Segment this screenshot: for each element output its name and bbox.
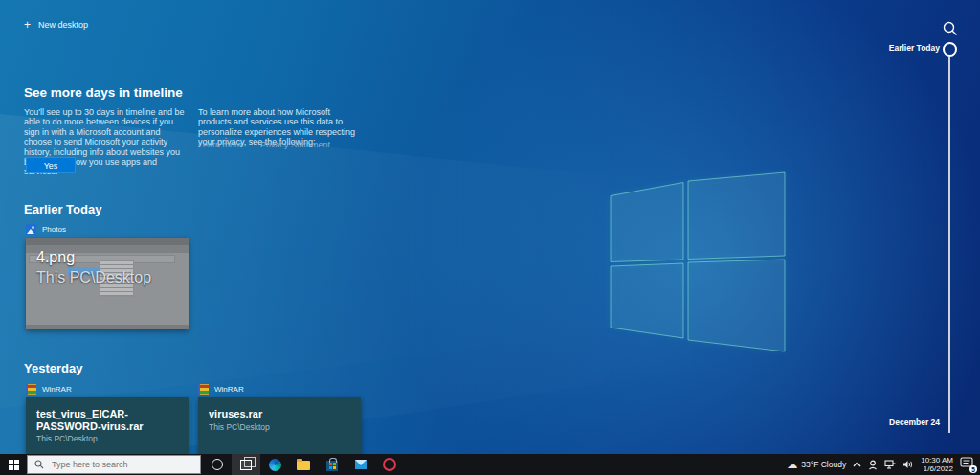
rail-end-label: December 24 (889, 418, 940, 427)
app-name-label: WinRAR (214, 385, 244, 394)
thumbnail-titlebar (26, 238, 189, 245)
weather-label: 33°F Cloudy (801, 460, 846, 469)
folder-icon (297, 461, 310, 470)
section-heading-earlier-today: Earlier Today (24, 202, 101, 216)
promo-title: See more days in timeline (24, 85, 183, 100)
activity-card-winrar-1[interactable]: test_virus_EICAR-PASSWORD-virus.rar This… (26, 397, 189, 458)
clock[interactable]: 10:30 AM 1/6/2022 (921, 456, 953, 473)
app-name-label: WinRAR (42, 385, 72, 394)
activity-card-photos[interactable]: 4.png This PC\Desktop (26, 238, 189, 329)
search-icon[interactable] (942, 20, 959, 37)
yes-button[interactable]: Yes (26, 157, 76, 173)
file-explorer-button[interactable] (289, 454, 318, 475)
notification-badge: 5 (969, 465, 977, 473)
activity-app-row: Photos (26, 224, 66, 235)
store-button[interactable] (318, 454, 346, 475)
app-name-label: Photos (42, 225, 66, 234)
task-view-icon (240, 460, 252, 470)
cortana-button[interactable] (203, 454, 232, 475)
activity-path: This PC\Desktop (36, 269, 151, 286)
activity-app-row: WinRAR (198, 384, 244, 395)
edge-icon (269, 459, 281, 471)
windows-logo (603, 165, 794, 356)
tray-status-icon[interactable] (868, 460, 878, 470)
rail-current-label: Earlier Today (889, 43, 940, 53)
activity-title: 4.png (36, 249, 151, 266)
windows-start-icon (9, 460, 19, 470)
cortana-icon (212, 459, 223, 470)
network-icon[interactable] (884, 460, 896, 469)
mail-button[interactable] (346, 454, 375, 475)
thumbnail-statusbar (26, 325, 189, 329)
activity-title: viruses.rar (209, 408, 350, 420)
time-label: 10:30 AM (921, 456, 953, 464)
new-desktop-label: New desktop (38, 20, 88, 30)
timeline-scrollbar-handle[interactable] (943, 42, 957, 57)
weather-widget[interactable]: ☁ 33°F Cloudy (787, 460, 846, 469)
timeline-scrollbar[interactable] (948, 57, 950, 433)
activity-card-winrar-2[interactable]: viruses.rar This PC\Desktop (198, 397, 361, 458)
photos-app-icon (26, 224, 36, 235)
task-view-button[interactable] (232, 454, 260, 475)
new-desktop-button[interactable]: + New desktop (24, 20, 88, 30)
cloud-icon: ☁ (787, 460, 797, 469)
search-input[interactable] (50, 459, 178, 470)
date-label: 1/6/2022 (921, 464, 953, 473)
task-view-screen: + New desktop Earlier Today December 24 … (0, 0, 980, 475)
volume-icon[interactable] (902, 460, 914, 469)
privacy-statement-link[interactable]: Privacy Statement (260, 140, 330, 149)
edge-button[interactable] (260, 454, 289, 475)
start-button[interactable] (0, 454, 27, 475)
search-icon (34, 460, 44, 469)
opera-icon (383, 458, 396, 471)
store-icon (326, 461, 338, 471)
winrar-app-icon (198, 384, 209, 395)
opera-button[interactable] (375, 454, 404, 475)
activity-title: test_virus_EICAR-PASSWORD-virus.rar (36, 408, 178, 432)
taskbar: ☁ 33°F Cloudy 10:30 AM (0, 454, 980, 475)
activity-path: This PC\Desktop (36, 434, 178, 443)
plus-icon: + (24, 20, 31, 30)
activity-path: This PC\Desktop (209, 422, 350, 432)
activity-app-row: WinRAR (26, 384, 72, 395)
taskbar-search-box[interactable] (27, 455, 201, 474)
section-heading-yesterday: Yesterday (24, 361, 82, 375)
mail-icon (355, 460, 368, 469)
learn-more-link[interactable]: Learn more (198, 140, 242, 149)
chevron-up-icon[interactable] (853, 462, 861, 467)
winrar-app-icon (26, 384, 36, 395)
action-center-button[interactable]: 5 (960, 457, 975, 472)
